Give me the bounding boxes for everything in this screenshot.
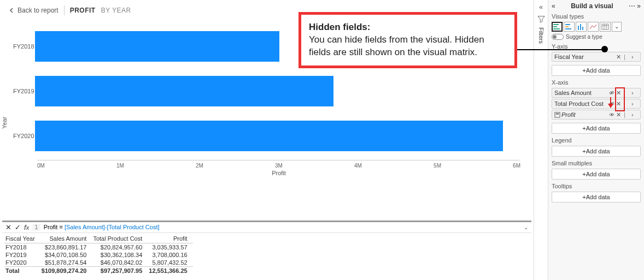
suggest-type-row[interactable]: Suggest a type bbox=[552, 34, 641, 40]
suggest-label: Suggest a type bbox=[566, 34, 602, 40]
field-menu-icon[interactable]: › bbox=[631, 100, 638, 107]
formula-bar[interactable]: ✕ ✓ fx 1 Profit = [Sales Amount]-[Total … bbox=[2, 222, 531, 233]
bar-category-label: FY2020 bbox=[13, 133, 35, 139]
add-data-xaxis[interactable]: +Add data bbox=[552, 123, 641, 134]
formula-commit-icon[interactable]: ✓ bbox=[15, 223, 21, 231]
filters-pane-collapsed[interactable]: « Filters bbox=[534, 0, 548, 280]
svg-line-14 bbox=[610, 91, 614, 95]
expand-filters-icon[interactable]: « bbox=[539, 3, 543, 11]
add-data-yaxis[interactable]: +Add data bbox=[552, 65, 641, 76]
measure-icon bbox=[554, 112, 560, 118]
svg-rect-1 bbox=[553, 26, 557, 27]
svg-rect-2 bbox=[553, 28, 560, 29]
chevron-left-icon bbox=[9, 8, 14, 13]
add-data-tooltips[interactable]: +Add data bbox=[552, 192, 641, 202]
filters-label: Filters bbox=[538, 27, 545, 44]
visual-type-table[interactable] bbox=[600, 22, 611, 32]
small-multiples-label: Small multiples bbox=[552, 160, 641, 166]
visual-type-line[interactable] bbox=[588, 22, 599, 32]
visual-type-expand[interactable]: ⌄ bbox=[612, 22, 622, 32]
filter-icon bbox=[537, 15, 545, 23]
bar-category-label: FY2018 bbox=[13, 43, 35, 50]
formula-expand-icon[interactable]: ⌄ bbox=[524, 224, 528, 230]
remove-field-icon[interactable]: ✕ bbox=[616, 53, 623, 60]
build-title: Build a visual bbox=[571, 2, 613, 10]
visual-types-label: Visual types bbox=[552, 13, 641, 20]
collapse-build-icon[interactable]: « bbox=[552, 2, 555, 10]
field-pill-fiscal-year[interactable]: Fiscal Year ✕| › bbox=[552, 52, 641, 62]
remove-field-icon[interactable]: ✕ bbox=[616, 100, 623, 107]
svg-point-19 bbox=[611, 114, 613, 116]
formula-cancel-icon[interactable]: ✕ bbox=[5, 223, 11, 231]
bar-row: FY2020 bbox=[37, 114, 520, 158]
svg-rect-6 bbox=[578, 26, 579, 30]
breadcrumb-secondary[interactable]: BY YEAR bbox=[101, 7, 131, 14]
annotation-callout: Hidden fields: You can hide fields from … bbox=[298, 12, 517, 68]
svg-rect-8 bbox=[582, 27, 583, 30]
show-field-icon[interactable] bbox=[608, 111, 615, 118]
field-menu-icon[interactable]: › bbox=[631, 90, 638, 96]
annotation-connector bbox=[517, 49, 605, 50]
build-visual-pane: « Build a visual ⋯ » Visual types ⌄ Sugg… bbox=[548, 0, 644, 280]
annotation-endpoint bbox=[601, 46, 608, 52]
divider bbox=[64, 5, 65, 15]
more-options-icon[interactable]: ⋯ » bbox=[629, 2, 641, 10]
bar-category-label: FY2019 bbox=[13, 88, 35, 94]
field-menu-icon[interactable]: › bbox=[631, 111, 638, 118]
field-pill-total-product-cost[interactable]: Total Product Cost ✕| › bbox=[552, 99, 641, 109]
visual-type-stacked-bar[interactable] bbox=[552, 22, 563, 32]
data-table: Fiscal YearSales AmountTotal Product Cos… bbox=[4, 234, 193, 275]
hide-field-icon[interactable] bbox=[608, 90, 615, 96]
bar[interactable] bbox=[35, 31, 279, 62]
svg-rect-18 bbox=[556, 113, 559, 114]
formula-line-number: 1 bbox=[32, 224, 40, 231]
formula-text[interactable]: Profit = [Sales Amount]-[Total Product C… bbox=[44, 224, 160, 231]
visual-type-clustered-bar[interactable] bbox=[564, 22, 575, 32]
remove-field-icon[interactable]: ✕ bbox=[616, 111, 623, 118]
remove-field-icon[interactable]: ✕ bbox=[616, 90, 623, 96]
bar[interactable] bbox=[35, 121, 503, 151]
y-axis-label: Year bbox=[1, 117, 8, 129]
breadcrumb-active[interactable]: PROFIT bbox=[70, 7, 96, 14]
table-row[interactable]: FY2020$51,878,274.54$46,070,842.025,807,… bbox=[4, 259, 193, 267]
xaxis-label: X-axis bbox=[552, 79, 641, 86]
table-row[interactable]: FY2019$34,070,108.50$30,362,108.343,708,… bbox=[4, 251, 193, 259]
field-menu-icon[interactable]: › bbox=[631, 53, 638, 60]
svg-rect-4 bbox=[565, 26, 569, 27]
svg-rect-7 bbox=[580, 24, 581, 30]
legend-label: Legend bbox=[552, 137, 641, 144]
add-data-legend[interactable]: +Add data bbox=[552, 146, 641, 157]
svg-rect-17 bbox=[555, 112, 560, 117]
bar[interactable] bbox=[35, 76, 333, 106]
svg-rect-9 bbox=[602, 24, 608, 29]
x-axis-ticks: 0M1M2M3M4M5M6M bbox=[37, 160, 520, 169]
annotation-arrow-icon bbox=[606, 97, 616, 109]
back-to-report-button[interactable]: Back to report bbox=[9, 7, 58, 14]
x-axis-label: Profit bbox=[37, 169, 520, 176]
table-row[interactable]: FY2018$23,860,891.17$20,824,957.603,035,… bbox=[4, 243, 193, 252]
visual-type-column[interactable] bbox=[576, 22, 587, 32]
add-data-small-multiples[interactable]: +Add data bbox=[552, 169, 641, 180]
svg-rect-0 bbox=[553, 24, 559, 25]
fx-icon[interactable]: fx bbox=[24, 223, 29, 231]
svg-rect-5 bbox=[565, 28, 571, 29]
svg-rect-3 bbox=[565, 24, 570, 25]
field-pill-profit[interactable]: Profit ✕| › bbox=[552, 110, 641, 120]
suggest-toggle[interactable] bbox=[552, 34, 564, 40]
visual-type-picker: ⌄ bbox=[552, 22, 641, 32]
back-label: Back to report bbox=[17, 7, 58, 14]
table-total-row: Total$109,809,274.20$97,257,907.9512,551… bbox=[4, 267, 193, 275]
field-pill-sales-amount[interactable]: Sales Amount ✕| › bbox=[552, 88, 641, 98]
data-table-panel: ✕ ✓ fx 1 Profit = [Sales Amount]-[Total … bbox=[2, 221, 531, 278]
tooltips-label: Tooltips bbox=[552, 183, 641, 189]
bar-row: FY2019 bbox=[37, 69, 520, 114]
